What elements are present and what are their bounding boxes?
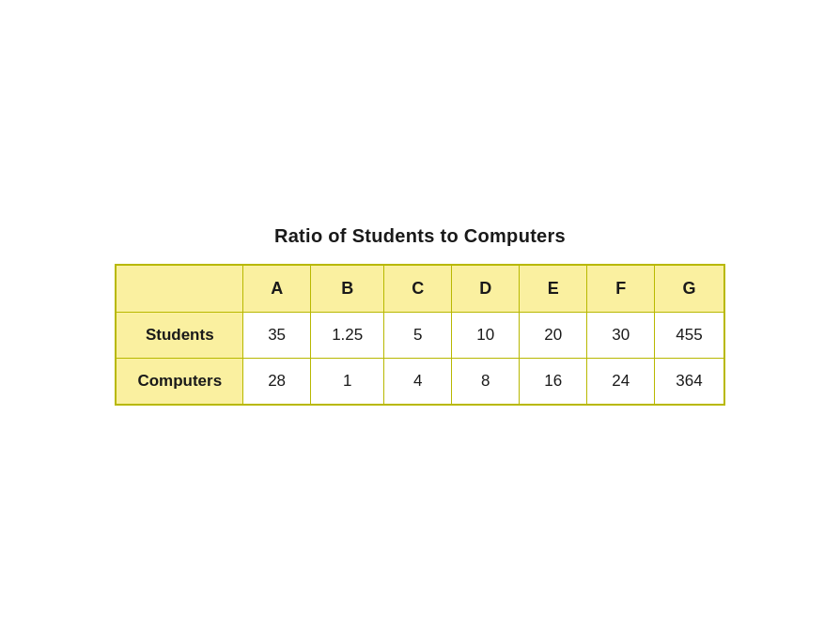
- computers-d: 8: [452, 358, 520, 405]
- table-title: Ratio of Students to Computers: [274, 225, 566, 247]
- header-row: A B C D E F G: [116, 265, 723, 313]
- table-row: Students 35 1.25 5 10 20 30 455: [116, 312, 723, 358]
- computers-g: 364: [655, 358, 724, 405]
- students-f: 30: [587, 312, 655, 358]
- students-g: 455: [655, 312, 724, 358]
- students-c: 5: [384, 312, 452, 358]
- header-col-f: F: [587, 265, 655, 313]
- students-a: 35: [243, 312, 311, 358]
- table-container: Ratio of Students to Computers A B C D E…: [115, 225, 724, 406]
- header-empty: [116, 265, 242, 313]
- computers-e: 16: [520, 358, 587, 405]
- students-e: 20: [520, 312, 587, 358]
- header-col-b: B: [311, 265, 384, 313]
- header-col-g: G: [655, 265, 724, 313]
- computers-f: 24: [587, 358, 655, 405]
- row-label-students: Students: [116, 312, 242, 358]
- students-d: 10: [452, 312, 520, 358]
- header-col-a: A: [243, 265, 311, 313]
- header-col-e: E: [520, 265, 587, 313]
- computers-b: 1: [311, 358, 384, 405]
- header-col-c: C: [384, 265, 452, 313]
- computers-c: 4: [384, 358, 452, 405]
- computers-a: 28: [243, 358, 311, 405]
- row-label-computers: Computers: [116, 358, 242, 405]
- students-b: 1.25: [311, 312, 384, 358]
- header-col-d: D: [452, 265, 520, 313]
- table-row: Computers 28 1 4 8 16 24 364: [116, 358, 723, 405]
- ratio-table: A B C D E F G Students 35 1.25 5 10 20 3…: [115, 264, 724, 406]
